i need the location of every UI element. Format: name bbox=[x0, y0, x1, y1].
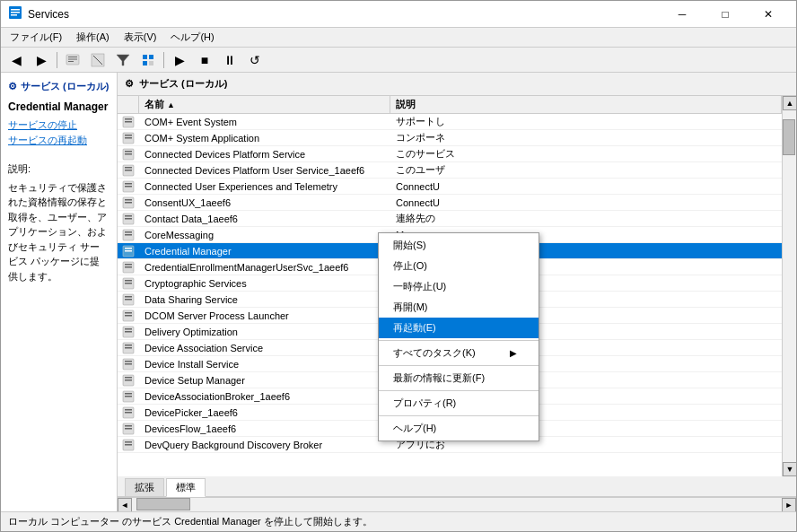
service-desc: サポートし bbox=[390, 114, 782, 129]
service-name: DevicePicker_1aeef6 bbox=[139, 406, 390, 419]
context-menu: 開始(S) 停止(O) 一時停止(U) 再開(M) 再起動(E) すべてのタスク… bbox=[378, 232, 539, 441]
desc-label: 説明: bbox=[8, 161, 109, 177]
col-header-desc[interactable]: 説明 bbox=[390, 96, 782, 113]
horizontal-scrollbar[interactable]: ◄ ► bbox=[118, 497, 796, 511]
ctx-all-tasks[interactable]: すべてのタスク(K) ▶ bbox=[379, 343, 539, 363]
scrollbar[interactable]: ▲ ▼ bbox=[782, 96, 796, 476]
menu-file[interactable]: ファイル(F) bbox=[4, 29, 67, 46]
svg-rect-70 bbox=[125, 409, 132, 411]
minimize-button[interactable]: ─ bbox=[661, 1, 703, 28]
svg-rect-62 bbox=[125, 363, 132, 365]
list-item[interactable]: Connected Devices Platform User Service_… bbox=[118, 162, 782, 179]
tab-expand[interactable]: 拡張 bbox=[125, 478, 164, 496]
left-panel: ⚙ サービス (ローカル) Credential Manager サービスの停止… bbox=[1, 73, 118, 511]
service-name: ConsentUX_1aeef6 bbox=[139, 196, 390, 209]
service-name: Connected Devices Platform Service bbox=[139, 148, 390, 161]
service-icon bbox=[118, 439, 139, 451]
service-icon bbox=[118, 326, 139, 338]
play-button[interactable]: ▶ bbox=[168, 49, 191, 71]
scroll-left-button[interactable]: ◄ bbox=[118, 498, 132, 512]
show-button[interactable] bbox=[86, 49, 109, 71]
menu-help[interactable]: ヘルプ(H) bbox=[165, 29, 219, 46]
ctx-restart[interactable]: 再起動(E) bbox=[379, 318, 539, 338]
stop-service-link[interactable]: サービスの停止 bbox=[8, 118, 109, 132]
toolbar-separator-2 bbox=[163, 52, 164, 68]
ctx-pause[interactable]: 一時停止(U) bbox=[379, 276, 539, 297]
service-name: DevQuery Background Discovery Broker bbox=[139, 439, 390, 451]
tab-standard[interactable]: 標準 bbox=[166, 478, 206, 497]
svg-rect-64 bbox=[125, 377, 132, 379]
list-item[interactable]: COM+ System Application コンポーネ bbox=[118, 130, 782, 146]
svg-rect-17 bbox=[125, 121, 132, 123]
scroll-up-button[interactable]: ▲ bbox=[783, 96, 796, 110]
h-scroll-track[interactable] bbox=[132, 498, 782, 512]
scroll-thumb[interactable] bbox=[783, 119, 795, 155]
menu-view[interactable]: 表示(V) bbox=[118, 29, 162, 46]
scroll-track[interactable] bbox=[783, 110, 796, 462]
pause-button[interactable]: ⏸ bbox=[218, 49, 241, 71]
close-button[interactable]: ✕ bbox=[748, 1, 789, 28]
svg-rect-2 bbox=[11, 12, 20, 13]
stop-button[interactable]: ■ bbox=[193, 49, 216, 71]
service-icon bbox=[118, 180, 139, 193]
service-icon bbox=[118, 245, 139, 257]
title-bar: Services ─ □ ✕ bbox=[1, 1, 796, 28]
forward-button[interactable]: ▶ bbox=[30, 49, 53, 71]
right-panel-header: ⚙ サービス (ローカル) bbox=[118, 73, 796, 96]
filter-button[interactable] bbox=[111, 49, 135, 71]
list-item[interactable]: Connected User Experiences and Telemetry… bbox=[118, 179, 782, 195]
main-content: ⚙ サービス (ローカル) Credential Manager サービスの停止… bbox=[1, 73, 796, 511]
svg-rect-74 bbox=[125, 428, 132, 430]
scroll-down-button[interactable]: ▼ bbox=[783, 462, 796, 476]
service-desc: ConnectU bbox=[390, 180, 782, 193]
ctx-resume[interactable]: 再開(M) bbox=[379, 297, 539, 318]
right-panel-title: サービス (ローカル) bbox=[139, 77, 227, 91]
svg-rect-6 bbox=[68, 58, 77, 59]
menu-action[interactable]: 操作(A) bbox=[71, 29, 115, 46]
list-item[interactable]: Connected Devices Platform Service このサービ… bbox=[118, 146, 782, 162]
ctx-properties[interactable]: プロパティ(R) bbox=[379, 393, 539, 414]
svg-rect-46 bbox=[125, 280, 132, 282]
restart-service-link[interactable]: サービスの再起動 bbox=[8, 134, 109, 147]
service-icon bbox=[118, 148, 139, 161]
ctx-refresh[interactable]: 最新の情報に更新(F) bbox=[379, 368, 539, 388]
service-name: Delivery Optimization bbox=[139, 326, 390, 338]
scroll-right-button[interactable]: ► bbox=[782, 498, 796, 512]
svg-rect-20 bbox=[125, 137, 132, 139]
service-icon bbox=[118, 277, 139, 290]
main-window: Services ─ □ ✕ ファイル(F) 操作(A) 表示(V) ヘルプ(H… bbox=[0, 0, 797, 532]
service-desc: コンポーネ bbox=[390, 130, 782, 145]
back-button[interactable]: ◀ bbox=[4, 49, 28, 71]
list-item[interactable]: COM+ Event System サポートし bbox=[118, 114, 782, 130]
list-item[interactable]: Contact Data_1aeef6 連絡先の bbox=[118, 211, 782, 227]
svg-rect-76 bbox=[125, 441, 132, 443]
restart-button[interactable]: ↺ bbox=[243, 49, 267, 71]
list-item[interactable]: ConsentUX_1aeef6 ConnectU bbox=[118, 195, 782, 211]
service-desc: 連絡先の bbox=[390, 211, 782, 226]
h-scroll-thumb[interactable] bbox=[136, 498, 190, 510]
config-button[interactable] bbox=[136, 49, 160, 71]
ctx-help[interactable]: ヘルプ(H) bbox=[379, 418, 539, 439]
svg-rect-31 bbox=[125, 199, 132, 201]
status-text: ローカル コンピューター のサービス Credential Manager を停… bbox=[8, 515, 372, 528]
maximize-button[interactable]: □ bbox=[705, 1, 746, 28]
svg-rect-40 bbox=[125, 248, 132, 249]
col-header-name[interactable]: 名前 ▲ bbox=[139, 96, 390, 113]
service-icon bbox=[118, 116, 139, 128]
svg-rect-68 bbox=[125, 396, 132, 397]
left-panel-header: ⚙ サービス (ローカル) bbox=[8, 80, 109, 93]
window-title: Services bbox=[28, 8, 69, 21]
svg-rect-47 bbox=[125, 283, 132, 284]
svg-rect-43 bbox=[125, 264, 132, 266]
svg-rect-1 bbox=[11, 9, 20, 11]
svg-rect-41 bbox=[125, 250, 132, 252]
ctx-stop[interactable]: 停止(O) bbox=[379, 256, 539, 276]
up-button[interactable] bbox=[61, 49, 84, 71]
service-icon bbox=[118, 374, 139, 387]
ctx-start[interactable]: 開始(S) bbox=[379, 235, 539, 256]
svg-rect-56 bbox=[125, 331, 132, 333]
left-panel-title: サービス (ローカル) bbox=[21, 80, 109, 93]
right-panel: ⚙ サービス (ローカル) 名前 ▲ 説明 bbox=[118, 73, 796, 511]
svg-rect-50 bbox=[125, 299, 132, 301]
service-icon bbox=[118, 406, 139, 419]
